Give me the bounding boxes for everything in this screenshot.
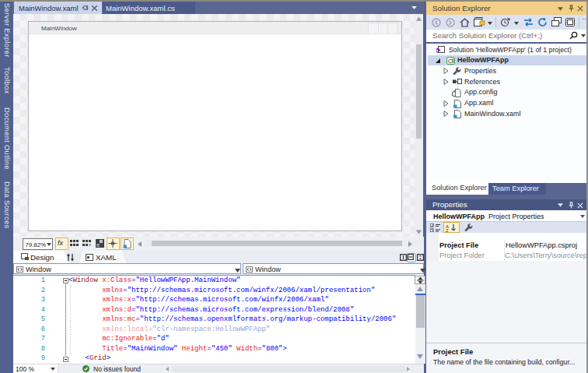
svg-text:C: C: [448, 58, 452, 63]
svg-text:Z: Z: [446, 228, 449, 232]
